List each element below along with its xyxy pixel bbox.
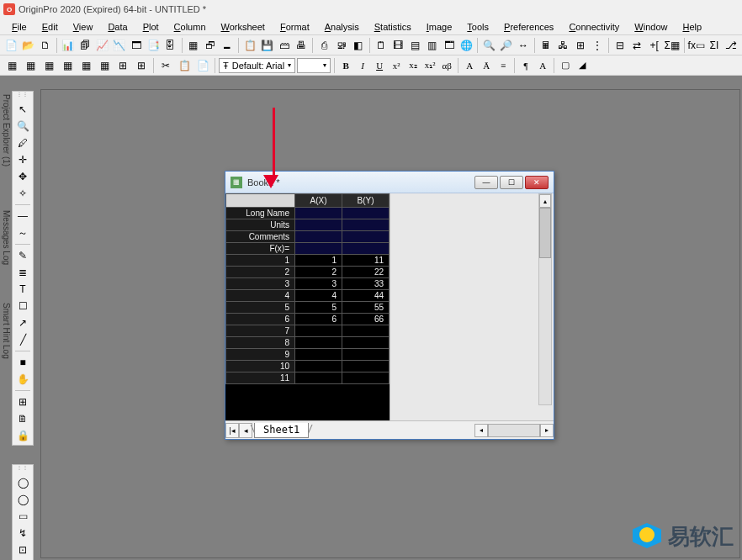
toolbar1-btn-20[interactable]: 🗒 [374,37,389,54]
toolbar1-btn-31[interactable]: ⊞ [573,37,588,54]
workbook-window[interactable]: ▦ Book1 * — ☐ ✕ A(X)B(Y)Long NameUnitsCo… [225,171,554,440]
row-number[interactable]: 10 [226,361,295,372]
toolbar1-btn-7[interactable]: 🗖 [129,37,144,54]
toolbar2-left-btn-3[interactable]: ▦ [59,57,76,74]
toolbar2-left-btn-2[interactable]: ▦ [40,57,57,74]
data-cell[interactable]: 22 [342,267,390,278]
smart-hint-log-tab[interactable]: Smart Hint Log [2,303,11,359]
toolbar1-btn-17[interactable]: ⎙ [316,37,331,54]
column-header-1[interactable]: B(Y) [342,194,390,208]
menu-column[interactable]: Column [167,20,213,34]
toolbar1-btn-0[interactable]: 📄 [3,37,19,54]
toolbar1-btn-19[interactable]: ◧ [351,37,366,54]
row-label-0[interactable]: Long Name [226,208,295,219]
format-btn-1[interactable]: I [355,58,370,73]
toolbar1-btn-36[interactable]: Σ▦ [664,37,681,54]
vtool-1[interactable]: 🔍 [14,119,31,134]
menu-plot[interactable]: Plot [136,20,166,34]
vtool-15[interactable]: ✋ [14,372,31,387]
format-btn-9[interactable]: ≡ [496,58,511,73]
vtool-5[interactable]: ✧ [14,186,31,201]
data-cell[interactable] [342,361,390,372]
format-btn-3[interactable]: x² [389,58,404,73]
toolbar1-btn-18[interactable]: 🖳 [333,37,348,54]
format-btn-13[interactable]: ◢ [575,58,590,73]
vtool-18[interactable]: 🔒 [14,428,31,443]
menu-analysis[interactable]: Analysis [318,20,366,34]
data-cell[interactable]: 4 [295,290,342,302]
format-btn-12[interactable]: ▢ [558,58,573,73]
toolbar1-btn-11[interactable]: 🗗 [203,37,218,54]
row-number[interactable]: 2 [226,267,295,278]
format-btn-8[interactable]: Ā [479,58,494,73]
data-cell[interactable]: 11 [342,255,390,267]
data-cell[interactable]: 1 [295,255,342,267]
toolbar1-btn-1[interactable]: 📂 [20,37,35,54]
menu-tools[interactable]: Tools [460,20,496,34]
toolbar1-btn-8[interactable]: 📑 [146,37,161,54]
format-btn-2[interactable]: U [372,58,387,73]
toolbar1-btn-14[interactable]: 💾 [259,37,274,54]
toolbar1-btn-15[interactable]: 🗃 [277,37,292,54]
vtool-3[interactable]: ✛ [14,152,31,167]
label-cell[interactable] [342,243,390,255]
data-cell[interactable]: 6 [295,314,342,325]
menu-preferences[interactable]: Preferences [497,20,560,34]
toolbar1-btn-10[interactable]: ▦ [185,37,200,54]
vtool-2[interactable]: 🖊 [14,135,31,151]
toolbar1-btn-38[interactable]: ΣI [707,37,722,54]
toolbar1-btn-22[interactable]: ▤ [407,37,422,54]
project-explorer-tab[interactable]: Project Explorer (1) [2,94,11,166]
row-label-1[interactable]: Units [226,219,295,231]
data-cell[interactable]: 66 [342,314,390,325]
toolbar1-btn-37[interactable]: fx▭ [688,37,705,54]
vtool-12[interactable]: ↗ [14,315,31,330]
data-cell[interactable]: 2 [295,267,342,278]
font-selector[interactable]: ŦDefault: Arial▾ [219,58,295,73]
data-cell[interactable] [342,325,390,337]
data-cell[interactable] [295,361,342,372]
data-cell[interactable] [295,325,342,337]
toolbar2-mid-btn-0[interactable]: ✂ [157,57,174,74]
toolbar2-left-btn-1[interactable]: ▦ [22,57,39,74]
format-btn-4[interactable]: x₂ [405,58,421,73]
vtool-4[interactable]: ✥ [14,169,31,184]
messages-log-tab[interactable]: Messages Log [2,210,11,265]
toolbar2-left-btn-0[interactable]: ▦ [3,57,20,74]
toolbar1-btn-9[interactable]: 🗄 [162,37,178,54]
toolbar1-btn-5[interactable]: 📈 [94,37,109,54]
hscroll-left[interactable]: ◂ [474,424,488,437]
vtool-14[interactable]: ■ [14,355,31,370]
minimize-button[interactable]: — [474,176,498,189]
workbook-titlebar[interactable]: ▦ Book1 * — ☐ ✕ [225,172,554,193]
row-number[interactable]: 3 [226,278,295,290]
toolbar2-left-btn-7[interactable]: ⊞ [133,57,150,74]
format-btn-5[interactable]: x₁² [422,58,437,73]
data-cell[interactable] [295,337,342,349]
row-number[interactable]: 11 [226,372,295,384]
column-header-0[interactable]: A(X) [295,194,342,208]
menu-edit[interactable]: Edit [35,20,65,34]
row-number[interactable]: 1 [226,255,295,267]
horizontal-scrollbar[interactable]: ◂ ▸ [474,424,554,437]
toolbar1-btn-3[interactable]: 📊 [61,37,76,54]
scroll-up-button[interactable]: ▴ [539,194,551,208]
vtool-7[interactable]: ～ [14,225,31,240]
vtool-8[interactable]: ✎ [14,248,31,263]
toolbar1-btn-33[interactable]: ⊟ [612,37,628,54]
data-cell[interactable]: 44 [342,290,390,302]
row-number[interactable]: 4 [226,290,295,302]
vtool-11[interactable]: ☐ [14,298,31,314]
label-cell[interactable] [295,208,342,219]
toolbar1-btn-12[interactable]: 🗕 [220,37,235,54]
menu-image[interactable]: Image [420,20,459,34]
vtool-0[interactable]: ↖ [14,102,31,117]
corner-cell[interactable] [226,194,295,208]
toolbar1-btn-2[interactable]: 🗋 [38,37,53,54]
toolbar1-btn-23[interactable]: ▥ [425,37,440,54]
toolbar2-left-btn-5[interactable]: ▦ [96,57,113,74]
vtool-6[interactable]: — [14,209,31,224]
scroll-thumb[interactable] [539,208,551,258]
vtool2-4[interactable]: ⊡ [14,542,31,557]
toolbar1-btn-6[interactable]: 📉 [112,37,127,54]
